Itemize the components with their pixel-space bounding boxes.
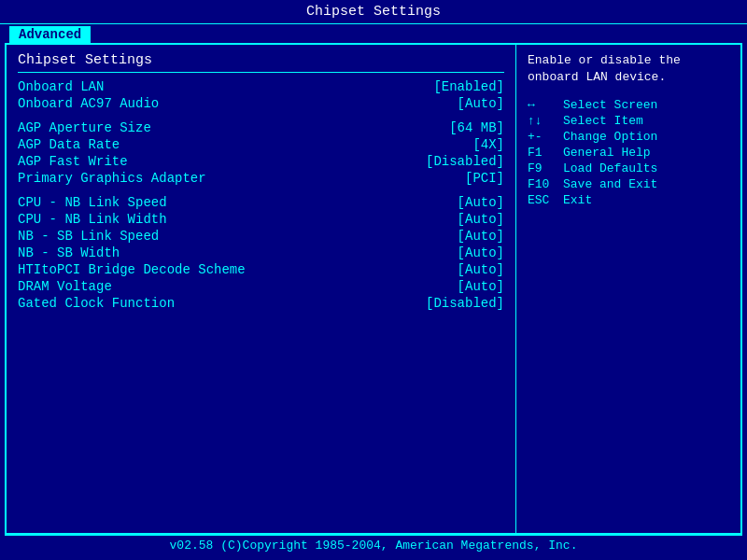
- table-row[interactable]: Onboard AC97 Audio[Auto]: [18, 95, 504, 112]
- key-symbol: ↔: [528, 98, 556, 112]
- key-description: Change Option: [563, 130, 657, 144]
- key-symbol: ESC: [528, 193, 556, 207]
- setting-label: CPU - NB Link Speed: [18, 195, 167, 210]
- key-description: Select Screen: [563, 98, 657, 112]
- key-symbol: +-: [528, 130, 556, 144]
- setting-label: NB - SB Width: [18, 245, 120, 260]
- key-description: Save and Exit: [563, 177, 657, 191]
- key-help-row: ↑↓Select Item: [528, 113, 729, 129]
- setting-label: Onboard AC97 Audio: [18, 96, 159, 111]
- key-symbol: F10: [528, 177, 556, 191]
- setting-label: AGP Data Rate: [18, 137, 120, 152]
- spacer: [18, 112, 504, 119]
- key-help-row: F9Load Defaults: [528, 161, 729, 176]
- table-row[interactable]: AGP Data Rate[4X]: [18, 136, 504, 153]
- setting-value: [Enabled]: [433, 79, 504, 94]
- table-row[interactable]: Gated Clock Function[Disabled]: [18, 295, 504, 312]
- setting-label: AGP Fast Write: [18, 154, 128, 169]
- spacer: [18, 187, 504, 194]
- setting-label: Onboard LAN: [18, 79, 104, 94]
- key-help-row: ↔Select Screen: [528, 97, 729, 113]
- status-bar: v02.58 (C)Copyright 1985-2004, American …: [5, 535, 742, 555]
- setting-value: [Auto]: [458, 195, 504, 210]
- key-description: Load Defaults: [563, 161, 657, 175]
- setting-value: [Auto]: [458, 212, 504, 227]
- main-content: Chipset Settings Onboard LAN[Enabled]Onb…: [5, 43, 742, 535]
- setting-value: [Auto]: [458, 245, 504, 260]
- key-help: ↔Select Screen↑↓Select Item+-Change Opti…: [528, 97, 729, 208]
- setting-label: NB - SB Link Speed: [18, 229, 159, 244]
- setting-label: Primary Graphics Adapter: [18, 171, 206, 186]
- settings-list: Onboard LAN[Enabled]Onboard AC97 Audio[A…: [18, 78, 504, 312]
- table-row[interactable]: CPU - NB Link Width[Auto]: [18, 211, 504, 228]
- table-row[interactable]: HTItoPCI Bridge Decode Scheme[Auto]: [18, 261, 504, 278]
- key-help-row: ESCExit: [528, 192, 729, 208]
- tab-bar: Advanced: [0, 24, 747, 43]
- bios-title: Chipset Settings: [306, 4, 441, 20]
- right-panel: Enable or disable the onboard LAN device…: [516, 45, 740, 533]
- setting-value: [64 MB]: [449, 120, 504, 135]
- setting-value: [Auto]: [458, 229, 504, 244]
- left-panel: Chipset Settings Onboard LAN[Enabled]Onb…: [7, 45, 516, 533]
- key-description: General Help: [563, 146, 651, 160]
- setting-value: [Auto]: [458, 279, 504, 294]
- setting-value: [4X]: [472, 137, 504, 152]
- key-description: Select Item: [563, 114, 643, 128]
- key-help-row: F10Save and Exit: [528, 176, 729, 192]
- title-bar: Chipset Settings: [0, 0, 747, 24]
- setting-label: DRAM Voltage: [18, 279, 112, 294]
- setting-label: CPU - NB Link Width: [18, 212, 167, 227]
- setting-label: HTItoPCI Bridge Decode Scheme: [18, 262, 246, 277]
- table-row[interactable]: AGP Aperture Size[64 MB]: [18, 119, 504, 136]
- key-symbol: ↑↓: [528, 114, 556, 128]
- table-row[interactable]: DRAM Voltage[Auto]: [18, 278, 504, 295]
- table-row[interactable]: CPU - NB Link Speed[Auto]: [18, 194, 504, 211]
- setting-value: [PCI]: [465, 171, 504, 186]
- setting-value: [Disabled]: [426, 154, 504, 169]
- table-row[interactable]: Primary Graphics Adapter[PCI]: [18, 170, 504, 187]
- key-symbol: F1: [528, 146, 556, 160]
- setting-value: [Auto]: [458, 96, 504, 111]
- setting-label: AGP Aperture Size: [18, 120, 151, 135]
- section-title: Chipset Settings: [18, 52, 504, 68]
- table-row[interactable]: NB - SB Link Speed[Auto]: [18, 228, 504, 245]
- key-help-row: +-Change Option: [528, 129, 729, 145]
- help-text: Enable or disable the onboard LAN device…: [528, 52, 729, 86]
- table-row[interactable]: NB - SB Width[Auto]: [18, 245, 504, 261]
- key-description: Exit: [563, 193, 592, 207]
- key-symbol: F9: [528, 161, 556, 175]
- table-row[interactable]: Onboard LAN[Enabled]: [18, 78, 504, 95]
- tab-advanced[interactable]: Advanced: [9, 26, 91, 43]
- key-help-row: F1General Help: [528, 145, 729, 161]
- table-row[interactable]: AGP Fast Write[Disabled]: [18, 153, 504, 170]
- setting-value: [Disabled]: [426, 296, 504, 311]
- setting-label: Gated Clock Function: [18, 296, 175, 311]
- setting-value: [Auto]: [458, 262, 504, 277]
